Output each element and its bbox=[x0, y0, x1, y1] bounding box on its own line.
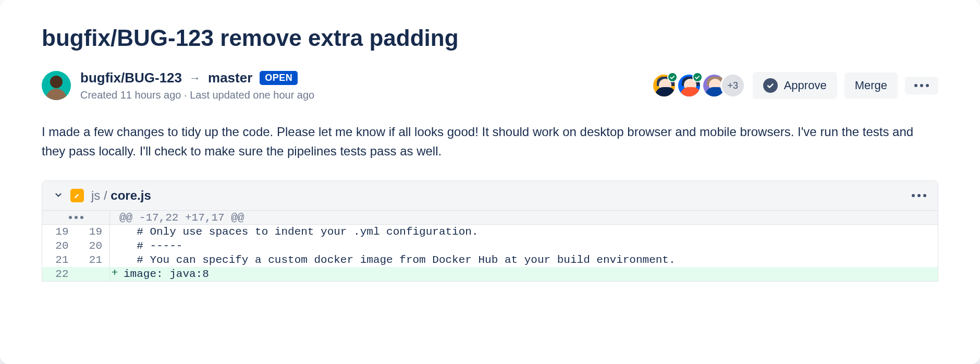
line-numbers[interactable]: 19 19 bbox=[42, 225, 110, 239]
reviewer-more[interactable]: +3 bbox=[720, 73, 745, 98]
modified-file-icon bbox=[70, 189, 84, 202]
file-path-prefix: js / bbox=[91, 188, 111, 202]
diff-line-added: 22 + image: java:8 bbox=[42, 267, 938, 281]
diff-header-left: js / core.js bbox=[54, 188, 151, 203]
meta-right: +3 Approve Merge bbox=[652, 72, 938, 99]
file-path[interactable]: js / core.js bbox=[91, 188, 151, 203]
diff-line: 21 21 # You can specify a custom docker … bbox=[42, 253, 938, 267]
more-actions-button[interactable] bbox=[905, 77, 938, 94]
target-branch[interactable]: master bbox=[208, 70, 252, 86]
pr-title: bugfix/BUG-123 remove extra padding bbox=[42, 25, 938, 51]
expand-hunk-button[interactable] bbox=[42, 211, 110, 224]
diff-marker: + bbox=[110, 267, 119, 281]
diff-file-header: js / core.js bbox=[42, 181, 938, 211]
diff-marker bbox=[110, 239, 119, 253]
hunk-header: @@ -17,22 +17,17 @@ bbox=[110, 212, 244, 224]
diff-line: 20 20 # ----- bbox=[42, 239, 938, 253]
diff-body: @@ -17,22 +17,17 @@ 19 19 # Only use spa… bbox=[42, 211, 938, 281]
chevron-down-icon[interactable] bbox=[54, 188, 63, 203]
meta-row: bugfix/BUG-123 → master OPEN Created 11 … bbox=[42, 70, 938, 101]
branch-info: bugfix/BUG-123 → master OPEN Created 11 … bbox=[80, 70, 314, 101]
line-numbers[interactable]: 22 bbox=[42, 267, 110, 281]
line-numbers[interactable]: 21 21 bbox=[42, 253, 110, 267]
pull-request-card: bugfix/BUG-123 remove extra padding bugf… bbox=[0, 0, 980, 364]
check-circle-icon bbox=[667, 72, 678, 82]
branch-line: bugfix/BUG-123 → master OPEN bbox=[80, 70, 314, 86]
check-circle-icon bbox=[763, 78, 778, 93]
code-content: # ----- bbox=[119, 239, 182, 253]
ellipsis-icon bbox=[914, 84, 929, 87]
code-content: # Only use spaces to indent your .yml co… bbox=[119, 225, 479, 239]
ellipsis-icon bbox=[42, 216, 109, 219]
diff-line: 19 19 # Only use spaces to indent your .… bbox=[42, 225, 938, 239]
author-avatar[interactable] bbox=[42, 71, 71, 100]
status-badge: OPEN bbox=[260, 71, 298, 85]
approve-button[interactable]: Approve bbox=[753, 72, 837, 99]
check-circle-icon bbox=[692, 72, 703, 82]
meta-left: bugfix/BUG-123 → master OPEN Created 11 … bbox=[42, 70, 314, 101]
merge-button[interactable]: Merge bbox=[844, 72, 898, 99]
diff-marker bbox=[110, 253, 119, 267]
arrow-right-icon: → bbox=[189, 71, 201, 85]
merge-label: Merge bbox=[855, 79, 887, 92]
reviewer-stack: +3 bbox=[652, 73, 745, 98]
line-numbers[interactable]: 20 20 bbox=[42, 239, 110, 253]
file-name: core.js bbox=[111, 188, 151, 202]
code-content: image: java:8 bbox=[119, 267, 209, 281]
diff-marker bbox=[110, 225, 119, 239]
pr-description: I made a few changes to tidy up the code… bbox=[42, 122, 938, 161]
approve-label: Approve bbox=[784, 79, 827, 92]
ellipsis-icon[interactable] bbox=[912, 194, 926, 197]
source-branch[interactable]: bugfix/BUG-123 bbox=[80, 70, 182, 86]
timestamps: Created 11 hours ago · Last updated one … bbox=[80, 89, 314, 101]
diff-panel: js / core.js @@ -17,22 +17,17 @@ 19 19 #… bbox=[42, 180, 938, 282]
code-content: # You can specify a custom docker image … bbox=[119, 253, 676, 267]
hunk-header-row: @@ -17,22 +17,17 @@ bbox=[42, 211, 938, 225]
